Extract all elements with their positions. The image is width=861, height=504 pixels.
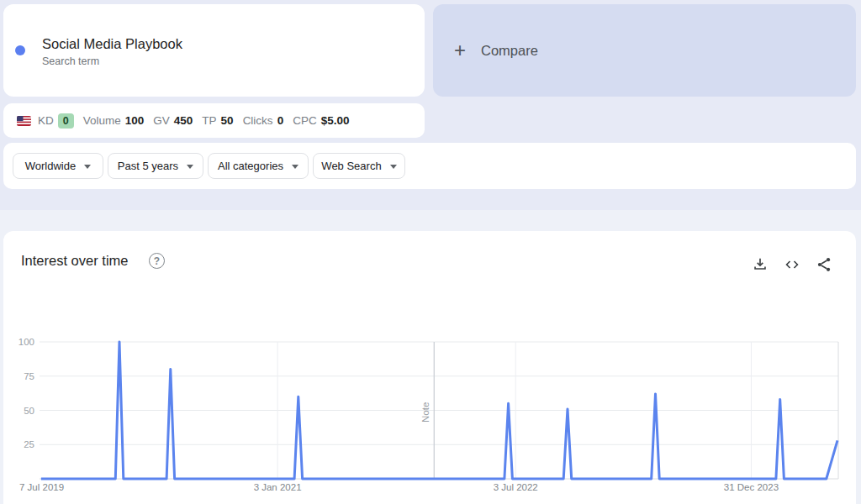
plus-icon: + [452, 43, 467, 58]
svg-text:7 Jul 2019: 7 Jul 2019 [19, 482, 64, 492]
svg-text:3 Jan 2021: 3 Jan 2021 [254, 482, 302, 492]
filter-region-label: Worldwide [25, 160, 76, 172]
svg-text:75: 75 [24, 371, 34, 381]
metric-volume: Volume 100 [83, 114, 145, 127]
series-color-dot [15, 45, 25, 55]
kd-badge: 0 [58, 113, 74, 129]
chevron-down-icon [390, 165, 397, 169]
search-term-subtitle: Search term [42, 55, 182, 67]
interest-over-time-card: Interest over time ? [3, 231, 856, 504]
us-flag-icon [17, 116, 31, 126]
filters-bar: Worldwide Past 5 years All categories We… [3, 143, 856, 189]
filter-searchtype-dropdown[interactable]: Web Search [313, 153, 405, 179]
svg-text:Note: Note [420, 402, 430, 423]
filter-timerange-label: Past 5 years [118, 160, 178, 172]
metric-gv: GV 450 [153, 114, 193, 127]
compare-label: Compare [481, 43, 538, 59]
filter-region-dropdown[interactable]: Worldwide [13, 153, 103, 179]
metric-tp: TP 50 [202, 114, 233, 127]
svg-text:31 Dec 2023: 31 Dec 2023 [724, 482, 779, 492]
svg-text:100: 100 [18, 337, 34, 347]
svg-text:25: 25 [24, 439, 34, 449]
compare-add-button[interactable]: + Compare [433, 4, 856, 97]
filter-category-dropdown[interactable]: All categories [208, 153, 309, 179]
filter-category-label: All categories [218, 160, 283, 172]
search-term-title: Social Media Playbook [42, 34, 182, 53]
chevron-down-icon [187, 165, 193, 169]
filter-searchtype-label: Web Search [321, 160, 381, 172]
svg-text:3 Jul 2022: 3 Jul 2022 [494, 482, 538, 492]
svg-text:50: 50 [24, 406, 34, 416]
trends-page: Social Media Playbook Search term + Comp… [0, 0, 861, 504]
metric-kd: KD 0 [38, 113, 74, 129]
search-term-card[interactable]: Social Media Playbook Search term [3, 4, 425, 97]
chevron-down-icon [84, 165, 91, 169]
filter-timerange-dropdown[interactable]: Past 5 years [108, 153, 203, 179]
chevron-down-icon [292, 165, 298, 169]
metric-clicks: Clicks 0 [243, 114, 284, 127]
keyword-metrics-bar: KD 0 Volume 100 GV 450 TP 50 Clicks 0 CP… [3, 103, 425, 138]
metric-cpc: CPC $5.00 [293, 114, 349, 127]
interest-over-time-chart[interactable]: 1007550257 Jul 20193 Jan 20213 Jul 20223… [3, 231, 856, 504]
